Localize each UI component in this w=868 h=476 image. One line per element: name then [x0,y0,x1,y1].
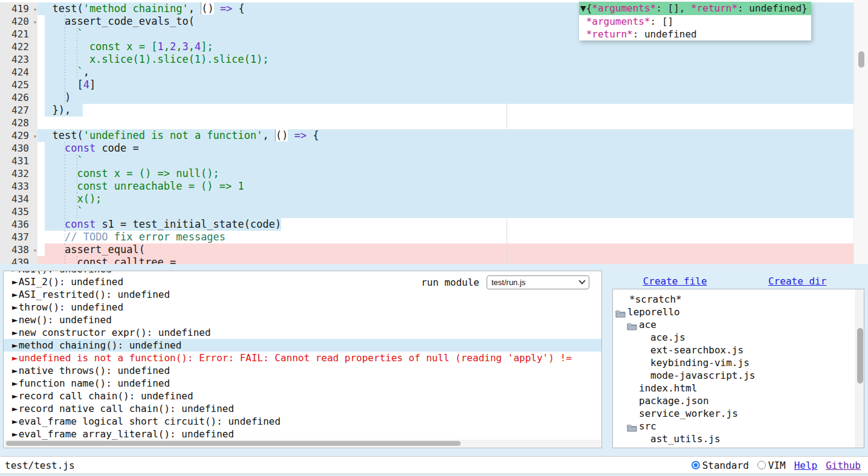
call-row[interactable]: ►function name(): undefined [4,377,601,390]
file-tree-item[interactable]: index.html [613,382,864,394]
file-tree-folder[interactable]: leporello [613,306,864,318]
code-line[interactable]: 432 const x = () => null(); [0,167,868,180]
code-line[interactable]: 431 ` [0,155,868,167]
calls-scrollbar-thumb[interactable] [6,441,461,446]
file-tree-folder[interactable]: src [613,420,864,433]
expand-arrow-icon[interactable]: ► [12,289,18,300]
tooltip-summary-row[interactable]: ▼{*arguments*: [], *return*: undefined} [579,2,811,15]
expand-arrow-icon[interactable]: ► [12,314,18,326]
create-file-link[interactable]: Create file [643,275,707,287]
expand-arrow-icon[interactable]: ► [12,403,18,414]
code-line[interactable]: 438▾ assert_equal( [0,243,868,256]
code-line[interactable]: 437 // TODO fix error messages [0,231,868,243]
expand-arrow-icon[interactable]: ► [12,352,18,364]
file-tree-item[interactable]: mode-javascript.js [613,369,864,382]
code-line[interactable]: 428 [0,117,868,129]
module-select[interactable]: test/run.js [487,275,589,289]
code-line-content[interactable]: [4] [37,79,868,91]
code-editor[interactable]: 419▾ test('method chaining', () => {420▾… [0,0,868,264]
call-row[interactable]: ►ASI_restrited(): undefined [4,288,601,301]
keybinding-standard-option[interactable]: Standard [691,460,749,471]
code-line[interactable]: 435 ` [0,205,868,218]
file-tree-item[interactable]: service_worker.js [613,407,864,420]
code-line-content[interactable]: assert_equal( [37,243,868,256]
call-row[interactable]: ►eval_frame array_literal(): undefined [4,428,601,440]
code-line[interactable]: 425 [4] [0,79,868,91]
keybinding-vim-option[interactable]: VIM [757,460,786,471]
expand-arrow-icon[interactable]: ► [12,390,18,402]
expand-arrow-icon[interactable]: ► [12,365,18,376]
code-line-content[interactable] [37,117,868,129]
expand-arrow-icon[interactable]: ► [12,416,18,427]
file-tree-item[interactable]: package.json [613,394,864,407]
fold-toggle-icon[interactable]: ▾ [33,3,37,16]
file-tree-item[interactable]: ast_utils.js [613,433,864,445]
code-line-content[interactable]: ) [37,91,868,104]
call-row[interactable]: ►new(): undefined [4,314,601,326]
code-line-content[interactable]: const x = [1,2,3,4]; [37,40,868,53]
file-tree-folder[interactable]: ace [613,318,864,331]
value-inspector-tooltip[interactable]: ▼{*arguments*: [], *return*: undefined} … [579,2,811,40]
create-dir-link[interactable]: Create dir [768,275,826,287]
call-row[interactable]: ►record call chain(): undefined [4,390,601,402]
expand-arrow-icon[interactable]: ► [12,327,18,338]
expand-arrow-icon[interactable]: ► [12,301,18,313]
file-tree-item[interactable]: keybinding-vim.js [613,356,864,369]
github-link[interactable]: Github [826,460,861,471]
calls-horizontal-scrollbar[interactable] [4,440,601,447]
expand-arrow-icon[interactable]: ► [12,339,18,351]
fold-toggle-icon[interactable]: ▾ [33,244,37,257]
code-line[interactable]: 433 const unreachable = () => 1 [0,180,868,193]
code-line-content[interactable]: `, [37,66,868,79]
code-line[interactable]: 436 const s1 = test_initial_state(code) [0,218,868,231]
call-row[interactable]: ►undefined is not a function(): Error: F… [4,352,601,364]
code-line[interactable]: 426 ) [0,91,868,104]
file-tree-item[interactable]: ext-searchbox.js [613,344,864,356]
code-line[interactable]: 430 const code = [0,142,868,155]
call-row[interactable]: ►ASI(): undefined [4,271,601,275]
radio-unselected-icon[interactable] [757,461,766,469]
fold-toggle-icon[interactable]: ▾ [33,16,37,28]
code-line-content[interactable]: ` [37,205,868,218]
call-row[interactable]: ►eval_frame logical short circuit(): und… [4,415,601,428]
code-line-content[interactable]: const x = () => null(); [37,167,868,180]
call-row[interactable]: ►record native call chain(): undefined [4,402,601,415]
code-line-content[interactable]: const calltree = ... [37,256,868,264]
files-scrollbar-thumb[interactable] [857,328,863,384]
radio-selected-icon[interactable] [691,461,700,469]
code-line-content[interactable]: x.slice(1).slice(1).slice(1); [37,53,868,66]
tooltip-entry-row[interactable]: *return*: undefined [579,28,811,40]
file-tree-item[interactable]: ace.js [613,331,864,344]
call-row[interactable]: ►throw(): undefined [4,301,601,314]
code-line[interactable]: 423 x.slice(1).slice(1).slice(1); [0,53,868,66]
code-line[interactable]: 422 const x = [1,2,3,4]; [0,40,868,53]
fold-toggle-icon[interactable]: ▾ [33,130,37,143]
call-row[interactable]: ►method chaining(): undefined [4,339,601,352]
code-line-content[interactable]: const unreachable = () => 1 [37,180,868,193]
file-tree-item[interactable]: *scratch* [613,293,864,306]
expand-arrow-icon[interactable]: ► [12,276,18,288]
code-line-content[interactable]: const code = [37,142,868,155]
editor-scrollbar[interactable] [853,0,868,264]
tooltip-entry-row[interactable]: *arguments*: [] [579,15,811,28]
code-line[interactable]: 427 }), [0,104,868,117]
calls-panel: ►ASI(): undefined►ASI_2(): undefined►ASI… [3,271,602,448]
code-line[interactable]: 439 const calltree = ... [0,256,868,264]
expand-arrow-icon[interactable]: ► [12,428,18,440]
code-line[interactable]: 429▾ test('undefined is not a function',… [0,129,868,142]
editor-scrollbar-thumb[interactable] [858,51,864,68]
expand-arrow-icon[interactable]: ► [12,271,18,275]
code-line[interactable]: 424 `, [0,66,868,79]
call-row[interactable]: ►new constructor expr(): undefined [4,326,601,339]
call-row[interactable]: ►native throws(): undefined [4,364,601,377]
code-line-content[interactable]: ` [37,155,868,167]
expand-arrow-icon[interactable]: ► [12,378,18,389]
code-line-content[interactable]: const s1 = test_initial_state(code) [37,218,868,231]
code-line[interactable]: 434 x(); [0,193,868,205]
help-link[interactable]: Help [794,460,818,471]
files-scrollbar[interactable] [855,289,864,448]
code-line-content[interactable]: test('undefined is not a function', () =… [37,129,868,142]
code-line-content[interactable]: }), [37,104,868,117]
code-line-content[interactable]: // TODO fix error messages [37,231,868,243]
code-line-content[interactable]: x(); [37,193,868,205]
